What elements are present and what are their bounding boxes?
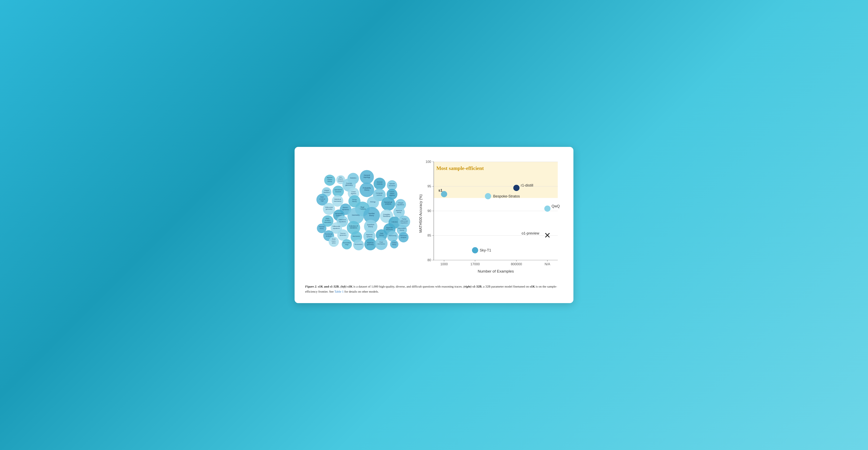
main-card: StatisticsGeneraltopologyGeo-physicsrese… (294, 147, 574, 303)
bubble-item: Thermo-dynamics (337, 229, 349, 241)
svg-text:physics: physics (338, 178, 343, 180)
svg-text:MATH500 Accuracy (%): MATH500 Accuracy (%) (418, 194, 423, 233)
caption-right: right (464, 285, 471, 288)
svg-text:Math-: Math- (320, 196, 324, 198)
figures-row: StatisticsGeneraltopologyGeo-physicsrese… (305, 157, 563, 276)
bubble-item: Generalrelativity (374, 178, 386, 190)
svg-text:Harmonic: Harmonic (400, 235, 407, 236)
svg-text:1000: 1000 (440, 262, 448, 266)
svg-text:Differential: Differential (325, 206, 333, 208)
svg-text:theory: theory (400, 229, 404, 231)
svg-text:theory: theory (320, 228, 324, 230)
svg-text:Solid: Solid (332, 238, 335, 240)
bubble-item: Numericalanalysis (381, 197, 395, 211)
svg-text:Algebraic: Algebraic (367, 242, 374, 244)
svg-text:Computer: Computer (376, 192, 383, 194)
svg-text:Math-: Math- (326, 218, 330, 219)
svg-text:Sky-T1: Sky-T1 (480, 249, 491, 253)
svg-text:Information: Information (398, 227, 406, 229)
caption-s132b: s1-32B (472, 285, 482, 288)
svg-text:science: science (377, 194, 382, 196)
svg-text:Real: Real (361, 206, 364, 208)
svg-text:differential: differential (400, 220, 408, 222)
svg-text:Thermo-: Thermo- (340, 232, 346, 234)
svg-text:QwQ: QwQ (552, 204, 560, 208)
bubble-item: Approxi-mationtheory (324, 175, 335, 186)
svg-text:Biology: Biology (370, 201, 376, 203)
svg-text:ematics: ematics (325, 220, 330, 221)
svg-text:ematical: ematical (319, 198, 325, 200)
svg-text:topology: topology (364, 176, 370, 178)
svg-text:geometry: geometry (367, 244, 374, 246)
svg-text:85: 85 (427, 233, 431, 237)
svg-text:mech-: mech- (332, 240, 336, 242)
svg-text:utative: utative (390, 193, 395, 194)
svg-text:General: General (377, 181, 382, 183)
svg-text:Algebraic: Algebraic (366, 234, 373, 236)
svg-text:Integral: Integral (398, 202, 403, 204)
svg-text:theory: theory (368, 226, 373, 228)
qwq-point (544, 205, 551, 212)
scatter-title: Most sample-efficient (436, 166, 484, 171)
figure-caption: Figure 2. s1K and s1-32B. (left) s1K is … (305, 284, 563, 294)
svg-text:Geo-: Geo- (339, 176, 342, 178)
svg-text:Potential: Potential (319, 226, 324, 228)
svg-text:analysis: analysis (385, 203, 392, 205)
svg-text:theory: theory (397, 212, 401, 213)
svg-text:analysis: analysis (401, 237, 406, 238)
svg-text:Number: Number (369, 213, 375, 215)
bubble-item: Fluidmechanics (375, 237, 388, 250)
svg-text:theory: theory (365, 189, 370, 191)
svg-text:17000: 17000 (470, 262, 480, 266)
svg-text:Special: Special (389, 183, 395, 185)
svg-text:mechanics: mechanics (334, 200, 341, 202)
svg-text:logic: logic (321, 200, 324, 202)
svg-text:Calculus of: Calculus of (349, 225, 358, 227)
bubble-item: Generaltopology (360, 170, 374, 184)
svg-text:functions: functions (383, 216, 390, 218)
svg-text:Mechanics: Mechanics (352, 235, 360, 237)
svg-text:Linear: Linear (351, 191, 356, 193)
bespoke-stratos-point (485, 193, 491, 199)
svg-text:theory: theory (369, 215, 374, 217)
svg-text:equations: equations (401, 222, 407, 224)
bubble-item: Differentialgeometry (323, 203, 335, 215)
svg-text:s1: s1 (438, 188, 442, 192)
svg-text:algebra: algebra (351, 193, 356, 194)
svg-text:relativity: relativity (377, 183, 382, 185)
svg-text:Functional: Functional (325, 233, 332, 235)
svg-text:Economics: Economics (355, 244, 363, 245)
svg-text:theory: theory (352, 201, 356, 202)
svg-text:100: 100 (426, 160, 431, 164)
svg-text:transform: transform (323, 192, 330, 193)
svg-text:Number of Examples: Number of Examples (478, 269, 514, 273)
svg-text:Convex: Convex (346, 182, 352, 184)
svg-text:research: research (338, 180, 344, 182)
svg-text:Geometry: Geometry (352, 214, 360, 216)
svg-text:General: General (364, 174, 370, 176)
svg-text:Control: Control (392, 242, 397, 244)
bubble-item: Probabilitytheory (360, 182, 374, 197)
svg-text:Comm-: Comm- (389, 191, 395, 193)
svg-text:dynamics: dynamics (340, 234, 346, 236)
svg-text:Operations: Operations (334, 189, 342, 191)
svg-text:Statistics: Statistics (350, 177, 356, 179)
svg-text:mechanics: mechanics (377, 243, 385, 245)
svg-text:Approxi-: Approxi- (327, 177, 333, 179)
svg-text:Dynamical: Dynamical (335, 213, 343, 215)
svg-text:Electro-: Electro- (343, 207, 348, 208)
bubble-item: Associativerings (342, 239, 352, 249)
svg-text:theory: theory (328, 180, 332, 182)
caption-s1k: s1K and s1-32B. (318, 285, 339, 288)
svg-text:Field: Field (380, 232, 383, 234)
svg-text:variations: variations (350, 227, 358, 229)
bubble-item: Controltheory (390, 240, 398, 249)
svg-text:functions: functions (389, 185, 395, 187)
svg-text:rings: rings (345, 244, 348, 246)
svg-text:Integral: Integral (324, 190, 329, 191)
svg-text:Associative: Associative (343, 242, 351, 244)
bubble-item: Solidmech-anics (329, 237, 339, 247)
table1-link[interactable]: Table 1 (334, 290, 344, 293)
svg-text:80: 80 (427, 258, 431, 262)
svg-text:mation: mation (327, 179, 332, 180)
